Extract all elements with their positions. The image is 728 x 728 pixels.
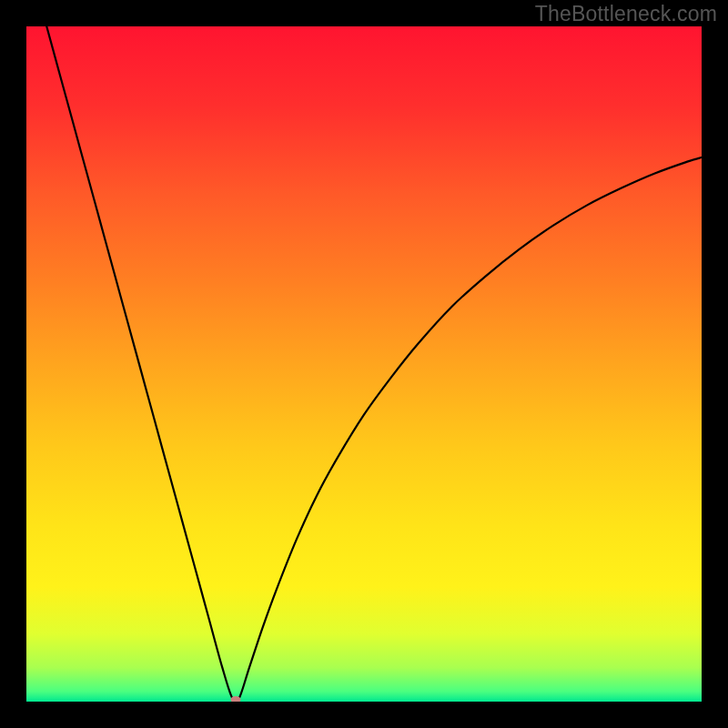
watermark-text: TheBottleneck.com [535, 2, 717, 26]
chart-outer-frame: TheBottleneck.com [0, 0, 728, 728]
chart-svg [26, 26, 702, 702]
plot-area [26, 26, 702, 702]
gradient-background [26, 26, 702, 702]
